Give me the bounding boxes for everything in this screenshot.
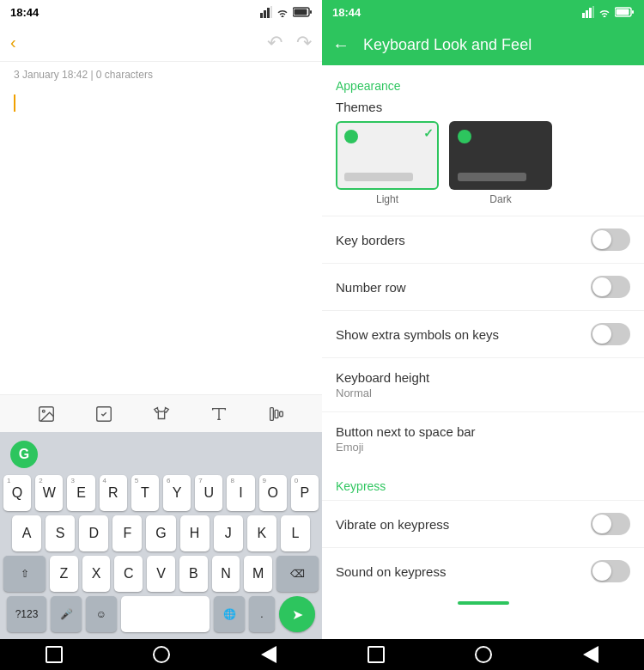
key-a[interactable]: A: [12, 515, 41, 551]
wifi-icon-right: [598, 7, 611, 17]
key-u[interactable]: 7U: [195, 475, 222, 511]
status-icons-right: [582, 6, 634, 18]
sound-toggle[interactable]: [591, 560, 630, 582]
key-z[interactable]: Z: [50, 556, 78, 592]
status-time-left: 18:44: [10, 6, 39, 19]
key-m[interactable]: M: [244, 556, 272, 592]
nav-back-left[interactable]: [261, 646, 276, 663]
light-theme-label: Light: [376, 193, 398, 205]
nav-square-right[interactable]: [368, 646, 385, 663]
key-l[interactable]: L: [281, 515, 310, 551]
emoji-key[interactable]: ☺: [86, 596, 117, 632]
send-key[interactable]: ➤: [279, 596, 315, 632]
nav-home-right[interactable]: [475, 646, 492, 663]
nav-home-left[interactable]: [153, 646, 170, 663]
voice-icon[interactable]: [267, 405, 286, 423]
key-y[interactable]: 6Y: [163, 475, 191, 511]
key-k[interactable]: K: [247, 515, 276, 551]
dark-theme-label: Dark: [489, 193, 511, 205]
svg-rect-3: [270, 6, 272, 18]
status-time-right: 18:44: [332, 6, 361, 19]
wifi-icon: [276, 7, 289, 17]
theme-dot-dark: [458, 130, 471, 143]
key-p[interactable]: 0P: [291, 475, 319, 511]
svg-point-8: [42, 410, 45, 412]
emoji-action-bar: [0, 394, 322, 432]
keypress-section-label: Keypress: [322, 466, 644, 500]
header-back-button[interactable]: ←: [332, 35, 349, 55]
key-q[interactable]: 1Q: [3, 475, 31, 511]
key-g[interactable]: G: [146, 515, 175, 551]
key-r[interactable]: 4R: [100, 475, 127, 511]
dark-theme-preview[interactable]: [449, 121, 552, 190]
nav-square-left[interactable]: [46, 646, 63, 663]
key-s[interactable]: S: [46, 515, 75, 551]
toolbar-left: ‹: [10, 33, 16, 52]
number-row-title: Number row: [336, 280, 406, 295]
key-b[interactable]: B: [179, 556, 208, 592]
key-x[interactable]: X: [82, 556, 111, 592]
key-c[interactable]: C: [114, 556, 143, 592]
globe-key[interactable]: 🌐: [214, 596, 245, 632]
svg-rect-11: [275, 410, 278, 417]
delete-key[interactable]: ⌫: [276, 556, 319, 592]
light-theme-item[interactable]: ✓ Light: [336, 121, 439, 205]
key-w[interactable]: 2W: [35, 475, 63, 511]
scroll-indicator: [458, 601, 509, 605]
image-icon[interactable]: [37, 405, 56, 423]
keyboard-height-row[interactable]: Keyboard height Normal: [322, 357, 644, 411]
note-toolbar: ‹ ↶ ↷: [0, 24, 322, 62]
checklist-icon[interactable]: [94, 405, 113, 423]
svg-rect-19: [632, 10, 634, 14]
key-o[interactable]: 9O: [259, 475, 287, 511]
button-space-row[interactable]: Button next to space bar Emoji: [322, 411, 644, 466]
key-n[interactable]: N: [212, 556, 240, 592]
key-d[interactable]: D: [79, 515, 108, 551]
key-i[interactable]: 8I: [227, 475, 254, 511]
key-h[interactable]: H: [180, 515, 210, 551]
key-j[interactable]: J: [214, 515, 243, 551]
battery-icon-right: [615, 7, 634, 17]
svg-rect-18: [617, 9, 629, 15]
sound-row: Sound on keypress: [322, 547, 644, 594]
vibrate-title: Vibrate on keypress: [336, 517, 449, 532]
key-f[interactable]: F: [112, 515, 142, 551]
left-panel: 18:44 ‹ ↶ ↷ 3 January 18:42 | 0 characte…: [0, 0, 322, 670]
button-space-title: Button next to space bar: [336, 424, 476, 439]
key-v[interactable]: V: [147, 556, 175, 592]
extra-symbols-row: Show extra symbols on keys: [322, 310, 644, 357]
keyboard-height-title: Keyboard height: [336, 370, 429, 385]
note-meta: 3 January 18:42 | 0 characters: [0, 62, 322, 88]
right-panel: 18:44 ← Keyboard Look and Feel Appearanc…: [322, 0, 644, 670]
undo-button[interactable]: ↶: [267, 32, 283, 54]
nav-bar-right: [322, 639, 644, 670]
dark-theme-item[interactable]: Dark: [449, 121, 552, 205]
vibrate-row: Vibrate on keypress: [322, 500, 644, 547]
symbols-key[interactable]: ?123: [7, 596, 46, 632]
period-key[interactable]: .: [249, 596, 275, 632]
note-content[interactable]: [0, 88, 322, 394]
text-format-icon[interactable]: [210, 405, 228, 423]
light-theme-preview[interactable]: ✓: [336, 121, 439, 190]
text-cursor: [14, 94, 15, 112]
number-row-toggle[interactable]: [591, 276, 630, 298]
theme-checkmark: ✓: [423, 126, 434, 140]
header-title: Keyboard Look and Feel: [363, 36, 532, 54]
key-t[interactable]: 5T: [131, 475, 159, 511]
theme-bar-light: [344, 173, 413, 181]
redo-button[interactable]: ↷: [296, 32, 312, 54]
extra-symbols-toggle[interactable]: [591, 323, 630, 345]
shift-key[interactable]: ⇧: [3, 556, 46, 592]
svg-rect-10: [270, 407, 273, 420]
space-key[interactable]: [121, 596, 210, 632]
nav-back-right[interactable]: [583, 646, 598, 663]
key-e[interactable]: 3E: [67, 475, 94, 511]
vibrate-toggle[interactable]: [591, 513, 630, 535]
tshirt-icon[interactable]: [152, 405, 171, 423]
theme-bar-dark: [458, 173, 526, 181]
back-button[interactable]: ‹: [10, 33, 16, 52]
mic-key[interactable]: 🎤: [51, 596, 82, 632]
key-borders-toggle[interactable]: [591, 228, 630, 251]
toolbar-right: ↶ ↷: [267, 32, 312, 54]
battery-icon: [293, 7, 312, 17]
